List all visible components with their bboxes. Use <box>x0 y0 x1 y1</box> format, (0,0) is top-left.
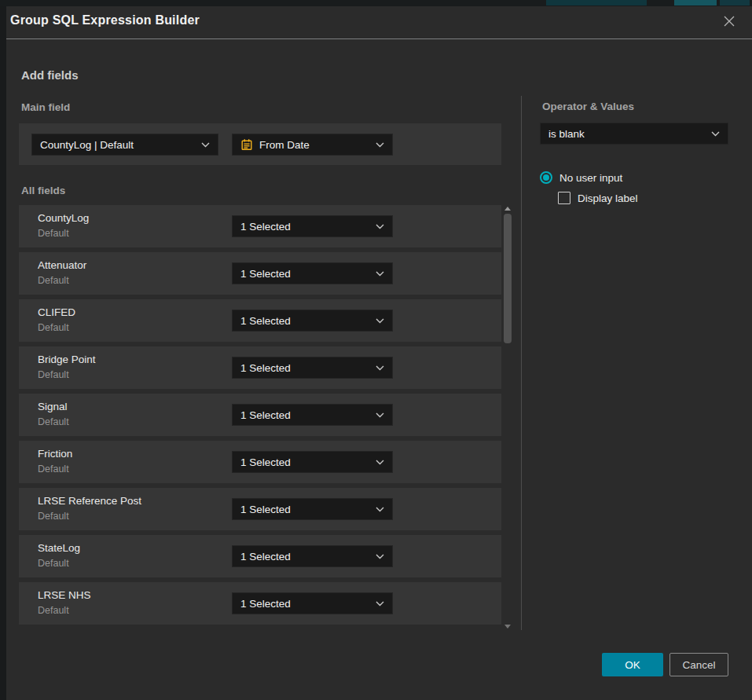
scrollbar-up-arrow[interactable] <box>504 207 511 211</box>
field-name: Signal <box>38 401 68 412</box>
chevron-down-icon <box>376 412 384 418</box>
chevron-down-icon <box>711 131 720 137</box>
field-selection-select[interactable]: 1 Selected <box>232 592 393 614</box>
field-subtitle: Default <box>38 275 69 286</box>
field-selection-value: 1 Selected <box>240 362 291 374</box>
checkbox-unchecked-icon <box>558 192 570 204</box>
field-row: CLIFED Default 1 Selected <box>19 299 501 342</box>
chevron-down-icon <box>376 554 384 559</box>
field-name: LRSE Reference Post <box>38 495 141 507</box>
field-name: Friction <box>38 448 72 460</box>
field-row: Bridge Point Default 1 Selected <box>19 346 501 389</box>
display-label-text: Display label <box>578 192 638 204</box>
chevron-down-icon <box>201 142 210 148</box>
main-layer-select-value: CountyLog | Default <box>40 139 134 151</box>
chevron-down-icon <box>376 460 384 465</box>
field-selection-value: 1 Selected <box>240 551 291 563</box>
operator-select-value: is blank <box>548 128 585 140</box>
chevron-down-icon <box>376 142 384 148</box>
chevron-down-icon <box>376 224 384 229</box>
background-app-remnant <box>720 0 750 5</box>
all-fields-label: All fields <box>21 185 65 196</box>
field-selection-value: 1 Selected <box>240 598 291 610</box>
field-name: Attenuator <box>38 259 86 271</box>
field-selection-select[interactable]: 1 Selected <box>232 545 393 567</box>
field-name: Bridge Point <box>38 354 96 365</box>
background-app-remnant <box>674 0 717 5</box>
field-subtitle: Default <box>38 558 69 569</box>
cancel-button[interactable]: Cancel <box>669 653 728 676</box>
field-subtitle: Default <box>38 228 69 239</box>
display-label-checkbox[interactable]: Display label <box>558 192 638 204</box>
field-selection-value: 1 Selected <box>240 221 291 233</box>
field-selection-select[interactable]: 1 Selected <box>232 262 393 284</box>
no-user-input-radio[interactable]: No user input <box>540 171 622 184</box>
field-selection-value: 1 Selected <box>240 456 291 468</box>
field-selection-select[interactable]: 1 Selected <box>232 404 393 426</box>
field-selection-select[interactable]: 1 Selected <box>232 310 393 332</box>
field-row: Attenuator Default 1 Selected <box>19 252 501 295</box>
main-field-select-value: From Date <box>259 139 310 151</box>
no-user-input-label: No user input <box>559 172 622 184</box>
background-app-strip <box>0 0 752 6</box>
main-field-panel: CountyLog | Default From Date <box>19 123 501 165</box>
field-selection-value: 1 Selected <box>240 268 291 280</box>
chevron-down-icon <box>376 507 384 512</box>
chevron-down-icon <box>376 271 384 277</box>
operator-select[interactable]: is blank <box>540 123 728 145</box>
chevron-down-icon <box>376 318 384 324</box>
field-row: LRSE NHS Default 1 Selected <box>19 582 501 625</box>
field-subtitle: Default <box>38 416 69 427</box>
main-layer-select[interactable]: CountyLog | Default <box>31 134 218 156</box>
field-name: CLIFED <box>38 306 75 318</box>
field-selection-value: 1 Selected <box>240 409 291 421</box>
field-selection-select[interactable]: 1 Selected <box>232 215 393 237</box>
all-fields-list: CountyLog Default 1 Selected Attenuator … <box>19 205 501 629</box>
panel-divider <box>521 96 522 630</box>
field-subtitle: Default <box>38 464 69 475</box>
field-row: Friction Default 1 Selected <box>19 441 501 483</box>
calendar-date-icon <box>240 138 253 151</box>
field-name: CountyLog <box>38 212 89 224</box>
group-sql-expression-builder-screen: Group SQL Expression Builder Add fields … <box>0 0 752 700</box>
field-selection-select[interactable]: 1 Selected <box>232 357 393 379</box>
field-row: StateLog Default 1 Selected <box>19 535 501 577</box>
field-row: Signal Default 1 Selected <box>19 394 501 436</box>
scrollbar-down-arrow[interactable] <box>504 625 511 629</box>
ok-button[interactable]: OK <box>602 653 663 676</box>
field-name: StateLog <box>38 542 80 554</box>
main-field-label: Main field <box>21 101 70 113</box>
field-subtitle: Default <box>38 322 69 333</box>
field-selection-select[interactable]: 1 Selected <box>232 451 393 473</box>
radio-selected-icon <box>540 171 552 184</box>
field-subtitle: Default <box>38 605 69 616</box>
field-selection-value: 1 Selected <box>240 315 291 327</box>
field-row: CountyLog Default 1 Selected <box>19 205 501 247</box>
main-field-select[interactable]: From Date <box>232 134 393 156</box>
background-app-remnant <box>546 0 647 5</box>
add-fields-heading: Add fields <box>21 68 79 82</box>
scrollbar-thumb[interactable] <box>504 214 512 343</box>
chevron-down-icon <box>376 601 384 607</box>
operator-values-heading: Operator & Values <box>542 101 634 112</box>
field-subtitle: Default <box>38 511 69 522</box>
field-name: LRSE NHS <box>38 589 91 601</box>
close-icon <box>722 14 736 31</box>
titlebar-divider <box>6 38 752 39</box>
chevron-down-icon <box>376 365 384 371</box>
field-row: LRSE Reference Post Default 1 Selected <box>19 488 501 530</box>
field-selection-value: 1 Selected <box>240 504 291 515</box>
close-button[interactable] <box>718 13 740 33</box>
field-selection-select[interactable]: 1 Selected <box>232 498 393 520</box>
field-subtitle: Default <box>38 369 69 380</box>
dialog-title: Group SQL Expression Builder <box>10 13 200 27</box>
